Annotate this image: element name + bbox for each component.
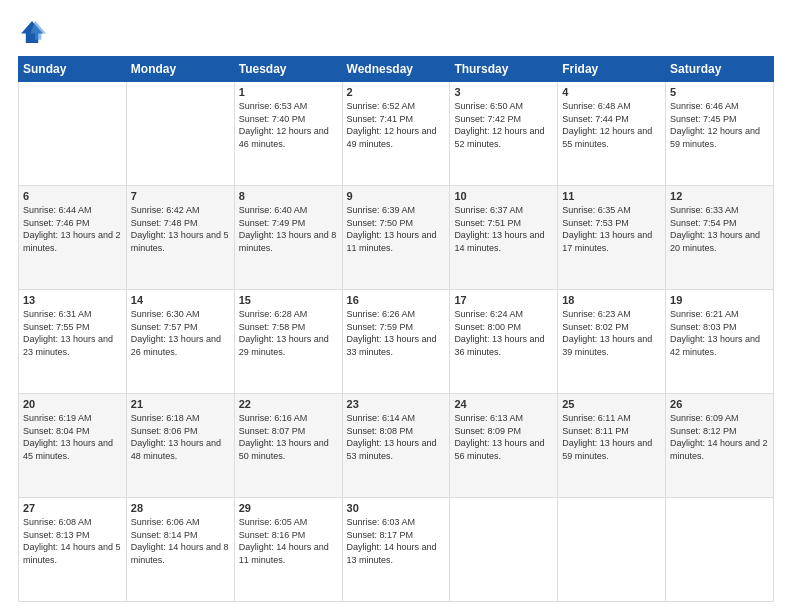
calendar-cell: 14Sunrise: 6:30 AMSunset: 7:57 PMDayligh… bbox=[126, 290, 234, 394]
day-number: 6 bbox=[23, 190, 122, 202]
calendar-cell: 7Sunrise: 6:42 AMSunset: 7:48 PMDaylight… bbox=[126, 186, 234, 290]
day-info: Sunrise: 6:14 AMSunset: 8:08 PMDaylight:… bbox=[347, 412, 446, 462]
logo bbox=[18, 18, 50, 46]
calendar-cell: 9Sunrise: 6:39 AMSunset: 7:50 PMDaylight… bbox=[342, 186, 450, 290]
day-info: Sunrise: 6:24 AMSunset: 8:00 PMDaylight:… bbox=[454, 308, 553, 358]
day-info: Sunrise: 6:42 AMSunset: 7:48 PMDaylight:… bbox=[131, 204, 230, 254]
day-info: Sunrise: 6:06 AMSunset: 8:14 PMDaylight:… bbox=[131, 516, 230, 566]
weekday-header-sunday: Sunday bbox=[19, 57, 127, 82]
day-number: 14 bbox=[131, 294, 230, 306]
day-number: 3 bbox=[454, 86, 553, 98]
day-info: Sunrise: 6:33 AMSunset: 7:54 PMDaylight:… bbox=[670, 204, 769, 254]
week-row-5: 27Sunrise: 6:08 AMSunset: 8:13 PMDayligh… bbox=[19, 498, 774, 602]
calendar-cell: 5Sunrise: 6:46 AMSunset: 7:45 PMDaylight… bbox=[666, 82, 774, 186]
calendar-cell: 18Sunrise: 6:23 AMSunset: 8:02 PMDayligh… bbox=[558, 290, 666, 394]
day-number: 13 bbox=[23, 294, 122, 306]
day-info: Sunrise: 6:18 AMSunset: 8:06 PMDaylight:… bbox=[131, 412, 230, 462]
day-info: Sunrise: 6:46 AMSunset: 7:45 PMDaylight:… bbox=[670, 100, 769, 150]
calendar-cell bbox=[558, 498, 666, 602]
calendar-cell: 28Sunrise: 6:06 AMSunset: 8:14 PMDayligh… bbox=[126, 498, 234, 602]
weekday-header-monday: Monday bbox=[126, 57, 234, 82]
day-number: 10 bbox=[454, 190, 553, 202]
calendar-cell: 3Sunrise: 6:50 AMSunset: 7:42 PMDaylight… bbox=[450, 82, 558, 186]
day-info: Sunrise: 6:05 AMSunset: 8:16 PMDaylight:… bbox=[239, 516, 338, 566]
weekday-header-friday: Friday bbox=[558, 57, 666, 82]
calendar-cell: 15Sunrise: 6:28 AMSunset: 7:58 PMDayligh… bbox=[234, 290, 342, 394]
day-number: 24 bbox=[454, 398, 553, 410]
week-row-3: 13Sunrise: 6:31 AMSunset: 7:55 PMDayligh… bbox=[19, 290, 774, 394]
day-info: Sunrise: 6:23 AMSunset: 8:02 PMDaylight:… bbox=[562, 308, 661, 358]
day-info: Sunrise: 6:31 AMSunset: 7:55 PMDaylight:… bbox=[23, 308, 122, 358]
calendar-cell: 11Sunrise: 6:35 AMSunset: 7:53 PMDayligh… bbox=[558, 186, 666, 290]
day-info: Sunrise: 6:39 AMSunset: 7:50 PMDaylight:… bbox=[347, 204, 446, 254]
calendar-cell: 2Sunrise: 6:52 AMSunset: 7:41 PMDaylight… bbox=[342, 82, 450, 186]
calendar-cell: 21Sunrise: 6:18 AMSunset: 8:06 PMDayligh… bbox=[126, 394, 234, 498]
weekday-header-tuesday: Tuesday bbox=[234, 57, 342, 82]
calendar-cell bbox=[19, 82, 127, 186]
day-info: Sunrise: 6:19 AMSunset: 8:04 PMDaylight:… bbox=[23, 412, 122, 462]
day-info: Sunrise: 6:44 AMSunset: 7:46 PMDaylight:… bbox=[23, 204, 122, 254]
day-info: Sunrise: 6:53 AMSunset: 7:40 PMDaylight:… bbox=[239, 100, 338, 150]
calendar-cell: 19Sunrise: 6:21 AMSunset: 8:03 PMDayligh… bbox=[666, 290, 774, 394]
day-number: 11 bbox=[562, 190, 661, 202]
weekday-header-wednesday: Wednesday bbox=[342, 57, 450, 82]
day-info: Sunrise: 6:28 AMSunset: 7:58 PMDaylight:… bbox=[239, 308, 338, 358]
week-row-1: 1Sunrise: 6:53 AMSunset: 7:40 PMDaylight… bbox=[19, 82, 774, 186]
calendar-cell: 26Sunrise: 6:09 AMSunset: 8:12 PMDayligh… bbox=[666, 394, 774, 498]
logo-icon bbox=[18, 18, 46, 46]
day-number: 12 bbox=[670, 190, 769, 202]
calendar-cell: 24Sunrise: 6:13 AMSunset: 8:09 PMDayligh… bbox=[450, 394, 558, 498]
calendar-cell: 12Sunrise: 6:33 AMSunset: 7:54 PMDayligh… bbox=[666, 186, 774, 290]
day-info: Sunrise: 6:08 AMSunset: 8:13 PMDaylight:… bbox=[23, 516, 122, 566]
day-number: 17 bbox=[454, 294, 553, 306]
day-number: 27 bbox=[23, 502, 122, 514]
calendar-cell: 22Sunrise: 6:16 AMSunset: 8:07 PMDayligh… bbox=[234, 394, 342, 498]
calendar-cell: 25Sunrise: 6:11 AMSunset: 8:11 PMDayligh… bbox=[558, 394, 666, 498]
day-number: 18 bbox=[562, 294, 661, 306]
day-info: Sunrise: 6:26 AMSunset: 7:59 PMDaylight:… bbox=[347, 308, 446, 358]
calendar-cell: 17Sunrise: 6:24 AMSunset: 8:00 PMDayligh… bbox=[450, 290, 558, 394]
calendar-cell: 29Sunrise: 6:05 AMSunset: 8:16 PMDayligh… bbox=[234, 498, 342, 602]
day-number: 9 bbox=[347, 190, 446, 202]
weekday-header-thursday: Thursday bbox=[450, 57, 558, 82]
day-number: 28 bbox=[131, 502, 230, 514]
calendar-cell bbox=[450, 498, 558, 602]
day-info: Sunrise: 6:35 AMSunset: 7:53 PMDaylight:… bbox=[562, 204, 661, 254]
day-info: Sunrise: 6:48 AMSunset: 7:44 PMDaylight:… bbox=[562, 100, 661, 150]
calendar-cell bbox=[666, 498, 774, 602]
day-info: Sunrise: 6:03 AMSunset: 8:17 PMDaylight:… bbox=[347, 516, 446, 566]
day-number: 16 bbox=[347, 294, 446, 306]
calendar-cell: 30Sunrise: 6:03 AMSunset: 8:17 PMDayligh… bbox=[342, 498, 450, 602]
day-info: Sunrise: 6:16 AMSunset: 8:07 PMDaylight:… bbox=[239, 412, 338, 462]
calendar-cell: 27Sunrise: 6:08 AMSunset: 8:13 PMDayligh… bbox=[19, 498, 127, 602]
day-info: Sunrise: 6:21 AMSunset: 8:03 PMDaylight:… bbox=[670, 308, 769, 358]
calendar-cell: 23Sunrise: 6:14 AMSunset: 8:08 PMDayligh… bbox=[342, 394, 450, 498]
calendar-table: SundayMondayTuesdayWednesdayThursdayFrid… bbox=[18, 56, 774, 602]
day-number: 1 bbox=[239, 86, 338, 98]
day-info: Sunrise: 6:13 AMSunset: 8:09 PMDaylight:… bbox=[454, 412, 553, 462]
calendar-cell: 13Sunrise: 6:31 AMSunset: 7:55 PMDayligh… bbox=[19, 290, 127, 394]
day-number: 15 bbox=[239, 294, 338, 306]
day-number: 4 bbox=[562, 86, 661, 98]
calendar-cell: 4Sunrise: 6:48 AMSunset: 7:44 PMDaylight… bbox=[558, 82, 666, 186]
day-number: 5 bbox=[670, 86, 769, 98]
day-number: 29 bbox=[239, 502, 338, 514]
day-number: 8 bbox=[239, 190, 338, 202]
day-number: 23 bbox=[347, 398, 446, 410]
weekday-header-row: SundayMondayTuesdayWednesdayThursdayFrid… bbox=[19, 57, 774, 82]
day-number: 25 bbox=[562, 398, 661, 410]
day-info: Sunrise: 6:50 AMSunset: 7:42 PMDaylight:… bbox=[454, 100, 553, 150]
day-number: 21 bbox=[131, 398, 230, 410]
day-info: Sunrise: 6:37 AMSunset: 7:51 PMDaylight:… bbox=[454, 204, 553, 254]
day-number: 22 bbox=[239, 398, 338, 410]
day-info: Sunrise: 6:40 AMSunset: 7:49 PMDaylight:… bbox=[239, 204, 338, 254]
day-number: 20 bbox=[23, 398, 122, 410]
weekday-header-saturday: Saturday bbox=[666, 57, 774, 82]
week-row-2: 6Sunrise: 6:44 AMSunset: 7:46 PMDaylight… bbox=[19, 186, 774, 290]
calendar-cell: 1Sunrise: 6:53 AMSunset: 7:40 PMDaylight… bbox=[234, 82, 342, 186]
day-number: 7 bbox=[131, 190, 230, 202]
week-row-4: 20Sunrise: 6:19 AMSunset: 8:04 PMDayligh… bbox=[19, 394, 774, 498]
calendar-cell: 20Sunrise: 6:19 AMSunset: 8:04 PMDayligh… bbox=[19, 394, 127, 498]
calendar-cell: 6Sunrise: 6:44 AMSunset: 7:46 PMDaylight… bbox=[19, 186, 127, 290]
calendar-cell: 8Sunrise: 6:40 AMSunset: 7:49 PMDaylight… bbox=[234, 186, 342, 290]
